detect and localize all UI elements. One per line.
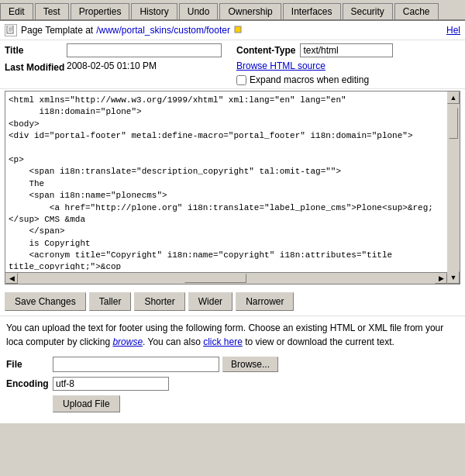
document-icon <box>6 26 16 35</box>
file-input[interactable] <box>53 357 219 372</box>
upload-form: File Browse... Encoding Upload File <box>0 354 465 423</box>
tab-bar: Edit Test Properties History Undo Owners… <box>0 0 465 21</box>
edit-icon[interactable] <box>233 25 243 36</box>
v-scroll-up-btn[interactable]: ▲ <box>447 91 460 104</box>
action-buttons: Save Changes Taller Shorter Wider Narrow… <box>0 288 465 316</box>
browse-link[interactable]: browse <box>112 336 143 347</box>
help-link[interactable]: Hel <box>446 25 460 36</box>
expand-macros-label: Expand macros when editing <box>250 74 369 85</box>
upload-desc-text2: . You can also <box>143 336 201 347</box>
browse-button[interactable]: Browse... <box>222 357 278 372</box>
code-editor-inner: <html xmlns="http://www.w3.org/1999/xhtm… <box>5 91 447 284</box>
title-label: Title <box>5 43 67 56</box>
tab-cache[interactable]: Cache <box>394 3 439 19</box>
content-type-label: Content-Type <box>236 45 295 56</box>
last-modified-value: 2008-02-05 01:10 PM <box>67 60 229 71</box>
shorter-button[interactable]: Shorter <box>134 292 184 311</box>
svg-rect-4 <box>235 26 241 33</box>
taller-button[interactable]: Taller <box>89 292 132 311</box>
upload-btn-row: Upload File <box>6 395 459 412</box>
encoding-label: Encoding <box>6 378 53 389</box>
content-type-input[interactable] <box>300 43 393 57</box>
h-scrollbar-thumb[interactable] <box>184 274 246 283</box>
wider-button[interactable]: Wider <box>188 292 232 311</box>
tab-undo[interactable]: Undo <box>179 3 219 19</box>
v-scroll-thumb[interactable] <box>449 108 458 139</box>
save-changes-button[interactable]: Save Changes <box>5 292 86 311</box>
content-type-row: Content-Type <box>236 43 460 57</box>
upload-desc-text3: to view or download the current text. <box>245 336 394 347</box>
file-row: File Browse... <box>6 357 459 372</box>
encoding-row: Encoding <box>6 377 459 391</box>
upload-description: You can upload the text for footer using… <box>0 316 465 354</box>
tab-properties[interactable]: Properties <box>71 3 130 19</box>
page-header-prefix: Page Template at <box>21 25 93 36</box>
code-area-wrapper: <html xmlns="http://www.w3.org/1999/xhtm… <box>0 89 465 288</box>
code-textarea[interactable]: <html xmlns="http://www.w3.org/1999/xhtm… <box>5 91 447 270</box>
click-here-link[interactable]: click here <box>203 336 243 347</box>
h-scrollbar: ◀ ▶ <box>5 272 447 284</box>
last-modified-label: Last Modified <box>5 60 67 73</box>
v-scrollbar: ▲ ▼ <box>447 91 460 284</box>
tab-history[interactable]: History <box>131 3 177 19</box>
last-modified-row: Last Modified 2008-02-05 01:10 PM <box>5 60 229 73</box>
page-icon <box>5 24 17 36</box>
left-fields: Title Last Modified 2008-02-05 01:10 PM <box>5 43 229 85</box>
title-input[interactable] <box>67 43 222 57</box>
file-label: File <box>6 359 53 370</box>
right-fields: Content-Type Browse HTML source Expand m… <box>229 43 460 85</box>
expand-row: Expand macros when editing <box>236 74 460 85</box>
page-header: Page Template at /www/portal_skins/custo… <box>0 21 465 40</box>
narrower-button[interactable]: Narrower <box>236 292 294 311</box>
expand-macros-checkbox[interactable] <box>236 75 246 85</box>
fields-area: Title Last Modified 2008-02-05 01:10 PM … <box>0 40 465 89</box>
upload-file-button[interactable]: Upload File <box>53 395 120 412</box>
code-editor-outer: <html xmlns="http://www.w3.org/1999/xhtm… <box>5 91 460 285</box>
browse-html-link[interactable]: Browse HTML source <box>236 60 460 71</box>
encoding-input[interactable] <box>53 377 169 391</box>
v-scroll-down-btn[interactable]: ▼ <box>447 271 460 284</box>
v-scroll-track[interactable] <box>448 104 459 271</box>
tab-edit[interactable]: Edit <box>0 3 33 19</box>
h-scroll-right-btn[interactable]: ▶ <box>435 273 447 284</box>
tab-ownership[interactable]: Ownership <box>219 3 281 19</box>
tab-test[interactable]: Test <box>35 3 69 19</box>
tab-security[interactable]: Security <box>343 3 393 19</box>
h-scroll-left-btn[interactable]: ◀ <box>5 273 18 284</box>
tab-interfaces[interactable]: Interfaces <box>283 3 341 19</box>
page-header-path: /www/portal_skins/custom/footer <box>96 25 230 36</box>
h-scrollbar-track[interactable] <box>18 273 435 284</box>
title-row: Title <box>5 43 229 57</box>
